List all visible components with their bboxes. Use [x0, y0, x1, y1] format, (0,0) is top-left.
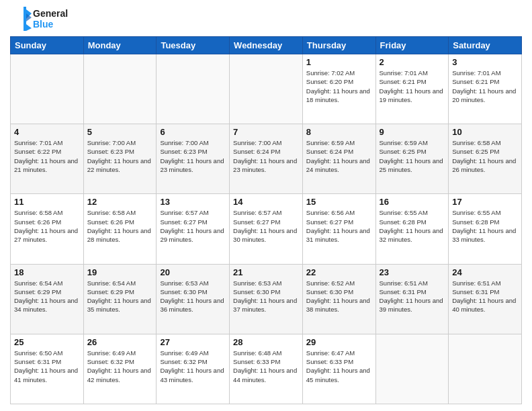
calendar-cell: 9Sunrise: 6:59 AM Sunset: 6:25 PM Daylig…: [375, 124, 449, 194]
calendar-cell: 5Sunrise: 7:00 AM Sunset: 6:23 PM Daylig…: [83, 124, 157, 194]
weekday-header-saturday: Saturday: [449, 37, 522, 54]
day-info: Sunrise: 6:58 AM Sunset: 6:26 PM Dayligh…: [87, 208, 153, 244]
day-info: Sunrise: 6:56 AM Sunset: 6:27 PM Dayligh…: [306, 208, 372, 244]
calendar-cell: 14Sunrise: 6:57 AM Sunset: 6:27 PM Dayli…: [230, 194, 303, 264]
logo-general: General: [33, 8, 68, 19]
calendar-cell: 1Sunrise: 7:02 AM Sunset: 6:20 PM Daylig…: [302, 54, 375, 124]
day-number: 2: [380, 57, 445, 67]
logo-container: General Blue: [10, 7, 68, 31]
day-number: 1: [306, 57, 372, 67]
day-info: Sunrise: 6:54 AM Sunset: 6:29 PM Dayligh…: [14, 279, 80, 314]
logo: General Blue: [10, 7, 68, 31]
day-info: Sunrise: 6:51 AM Sunset: 6:31 PM Dayligh…: [452, 279, 518, 314]
day-number: 7: [233, 127, 299, 137]
calendar-cell: 28Sunrise: 6:48 AM Sunset: 6:33 PM Dayli…: [230, 334, 303, 404]
calendar-cell: 23Sunrise: 6:51 AM Sunset: 6:31 PM Dayli…: [375, 264, 449, 334]
calendar-cell: 2Sunrise: 7:01 AM Sunset: 6:21 PM Daylig…: [375, 54, 449, 124]
weekday-header-friday: Friday: [375, 37, 449, 54]
calendar-cell: [157, 54, 230, 124]
day-number: 26: [87, 337, 153, 347]
day-info: Sunrise: 7:01 AM Sunset: 6:21 PM Dayligh…: [452, 68, 518, 104]
day-info: Sunrise: 6:52 AM Sunset: 6:30 PM Dayligh…: [306, 279, 372, 314]
header: General Blue: [10, 7, 522, 31]
logo-blue: Blue: [33, 19, 68, 30]
calendar-cell: [230, 54, 303, 124]
day-number: 4: [14, 127, 80, 137]
day-info: Sunrise: 7:01 AM Sunset: 6:21 PM Dayligh…: [380, 68, 445, 104]
day-number: 24: [452, 267, 518, 277]
week-row-3: 11Sunrise: 6:58 AM Sunset: 6:26 PM Dayli…: [11, 194, 522, 264]
day-info: Sunrise: 7:01 AM Sunset: 6:22 PM Dayligh…: [14, 138, 80, 174]
day-number: 22: [306, 267, 372, 277]
calendar-cell: 26Sunrise: 6:49 AM Sunset: 6:32 PM Dayli…: [83, 334, 157, 404]
day-number: 27: [160, 337, 226, 347]
day-number: 14: [233, 197, 299, 207]
week-row-1: 1Sunrise: 7:02 AM Sunset: 6:20 PM Daylig…: [11, 54, 522, 124]
calendar-cell: 18Sunrise: 6:54 AM Sunset: 6:29 PM Dayli…: [11, 264, 84, 334]
calendar-cell: 16Sunrise: 6:55 AM Sunset: 6:28 PM Dayli…: [375, 194, 449, 264]
calendar-table: SundayMondayTuesdayWednesdayThursdayFrid…: [10, 36, 522, 404]
day-info: Sunrise: 6:53 AM Sunset: 6:30 PM Dayligh…: [160, 279, 226, 314]
calendar-cell: 15Sunrise: 6:56 AM Sunset: 6:27 PM Dayli…: [302, 194, 375, 264]
day-info: Sunrise: 6:57 AM Sunset: 6:27 PM Dayligh…: [233, 208, 299, 244]
day-number: 16: [380, 197, 445, 207]
calendar-cell: 25Sunrise: 6:50 AM Sunset: 6:31 PM Dayli…: [11, 334, 84, 404]
calendar-cell: 4Sunrise: 7:01 AM Sunset: 6:22 PM Daylig…: [11, 124, 84, 194]
day-info: Sunrise: 6:55 AM Sunset: 6:28 PM Dayligh…: [452, 208, 518, 244]
weekday-header-row: SundayMondayTuesdayWednesdayThursdayFrid…: [11, 37, 522, 54]
calendar-cell: 27Sunrise: 6:49 AM Sunset: 6:32 PM Dayli…: [157, 334, 230, 404]
calendar-cell: 29Sunrise: 6:47 AM Sunset: 6:33 PM Dayli…: [302, 334, 375, 404]
logo-icon: [10, 7, 32, 31]
week-row-4: 18Sunrise: 6:54 AM Sunset: 6:29 PM Dayli…: [11, 264, 522, 334]
day-info: Sunrise: 6:50 AM Sunset: 6:31 PM Dayligh…: [14, 349, 80, 384]
day-info: Sunrise: 7:00 AM Sunset: 6:23 PM Dayligh…: [87, 138, 153, 174]
weekday-header-thursday: Thursday: [302, 37, 375, 54]
calendar-cell: [83, 54, 157, 124]
day-number: 13: [160, 197, 226, 207]
day-info: Sunrise: 7:02 AM Sunset: 6:20 PM Dayligh…: [306, 68, 372, 104]
day-number: 20: [160, 267, 226, 277]
day-info: Sunrise: 6:53 AM Sunset: 6:30 PM Dayligh…: [233, 279, 299, 314]
calendar-cell: 20Sunrise: 6:53 AM Sunset: 6:30 PM Dayli…: [157, 264, 230, 334]
day-number: 21: [233, 267, 299, 277]
day-number: 23: [380, 267, 445, 277]
day-number: 10: [452, 127, 518, 137]
day-info: Sunrise: 7:00 AM Sunset: 6:24 PM Dayligh…: [233, 138, 299, 174]
day-info: Sunrise: 6:58 AM Sunset: 6:26 PM Dayligh…: [14, 208, 80, 244]
day-number: 6: [160, 127, 226, 137]
day-number: 15: [306, 197, 372, 207]
calendar-cell: [449, 334, 522, 404]
day-number: 19: [87, 267, 153, 277]
page: General Blue SundayMondayTuesdayWednesda…: [0, 0, 532, 411]
day-info: Sunrise: 6:57 AM Sunset: 6:27 PM Dayligh…: [160, 208, 226, 244]
calendar-cell: 8Sunrise: 6:59 AM Sunset: 6:24 PM Daylig…: [302, 124, 375, 194]
day-number: 29: [306, 337, 372, 347]
calendar-cell: 6Sunrise: 7:00 AM Sunset: 6:23 PM Daylig…: [157, 124, 230, 194]
logo-text: General Blue: [33, 8, 68, 30]
calendar-cell: 3Sunrise: 7:01 AM Sunset: 6:21 PM Daylig…: [449, 54, 522, 124]
day-number: 5: [87, 127, 153, 137]
week-row-2: 4Sunrise: 7:01 AM Sunset: 6:22 PM Daylig…: [11, 124, 522, 194]
day-info: Sunrise: 6:49 AM Sunset: 6:32 PM Dayligh…: [87, 349, 153, 384]
calendar-cell: 7Sunrise: 7:00 AM Sunset: 6:24 PM Daylig…: [230, 124, 303, 194]
calendar-cell: 19Sunrise: 6:54 AM Sunset: 6:29 PM Dayli…: [83, 264, 157, 334]
day-info: Sunrise: 6:49 AM Sunset: 6:32 PM Dayligh…: [160, 349, 226, 384]
day-number: 11: [14, 197, 80, 207]
day-number: 3: [452, 57, 518, 67]
calendar-cell: 24Sunrise: 6:51 AM Sunset: 6:31 PM Dayli…: [449, 264, 522, 334]
day-info: Sunrise: 6:55 AM Sunset: 6:28 PM Dayligh…: [380, 208, 445, 244]
day-info: Sunrise: 6:48 AM Sunset: 6:33 PM Dayligh…: [233, 349, 299, 384]
weekday-header-sunday: Sunday: [11, 37, 84, 54]
day-number: 8: [306, 127, 372, 137]
day-info: Sunrise: 6:54 AM Sunset: 6:29 PM Dayligh…: [87, 279, 153, 314]
weekday-header-monday: Monday: [83, 37, 157, 54]
day-info: Sunrise: 6:47 AM Sunset: 6:33 PM Dayligh…: [306, 349, 372, 384]
day-info: Sunrise: 6:59 AM Sunset: 6:24 PM Dayligh…: [306, 138, 372, 174]
calendar-cell: 21Sunrise: 6:53 AM Sunset: 6:30 PM Dayli…: [230, 264, 303, 334]
weekday-header-tuesday: Tuesday: [157, 37, 230, 54]
calendar-cell: 12Sunrise: 6:58 AM Sunset: 6:26 PM Dayli…: [83, 194, 157, 264]
day-info: Sunrise: 6:58 AM Sunset: 6:25 PM Dayligh…: [452, 138, 518, 174]
calendar-cell: 13Sunrise: 6:57 AM Sunset: 6:27 PM Dayli…: [157, 194, 230, 264]
day-number: 17: [452, 197, 518, 207]
calendar-cell: 11Sunrise: 6:58 AM Sunset: 6:26 PM Dayli…: [11, 194, 84, 264]
